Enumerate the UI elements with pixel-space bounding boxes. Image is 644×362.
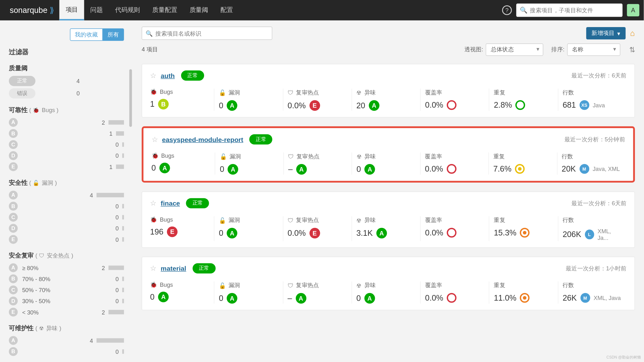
facet-row[interactable]: B 70% - 80% 0 (9, 274, 124, 283)
project-search-input[interactable] (155, 30, 268, 37)
bugs-value: 196 (150, 227, 163, 237)
facet-row[interactable]: B 0 (9, 202, 124, 211)
rating-badge: A (9, 118, 18, 127)
facet-bar (122, 226, 124, 230)
rating-badge: D (9, 224, 18, 233)
nav-projects[interactable]: 项目 (59, 0, 84, 20)
metric-bugs[interactable]: 🐞Bugs 1B (150, 89, 214, 111)
project-name-link[interactable]: material (161, 265, 186, 272)
project-search[interactable]: 🔍 (142, 26, 272, 40)
facet-row[interactable]: A 2 (9, 118, 124, 127)
global-search-input[interactable] (530, 7, 619, 14)
facet-row[interactable]: A ≥ 80% 2 (9, 263, 124, 272)
facet-row[interactable]: D 30% - 50% 0 (9, 297, 124, 305)
metric-bugs[interactable]: 🐞Bugs 196E (150, 216, 214, 241)
facet-row[interactable]: C 50% - 70% 0 (9, 286, 124, 294)
tab-all[interactable]: 所有 (103, 28, 124, 41)
facet-bar (122, 204, 124, 208)
metric-hotspots[interactable]: 🛡复审热点 0.0%E (283, 89, 352, 111)
help-icon[interactable]: ? (502, 5, 512, 15)
tab-favorites[interactable]: 我的收藏 (70, 28, 103, 41)
metric-duplication[interactable]: 重复 11.0% (489, 281, 558, 303)
facet-row[interactable]: C 0 (9, 213, 124, 222)
metric-lines[interactable]: 行数 681XSJava (558, 89, 627, 111)
facet-row[interactable]: A 4 (9, 190, 124, 199)
facet-row[interactable]: E 0 (9, 235, 124, 244)
metric-vulnerabilities[interactable]: 🔓漏洞 0A (214, 89, 283, 111)
nav-profiles[interactable]: 质量配置 (146, 0, 183, 20)
project-name-link[interactable]: easyspeed-module-report (162, 136, 243, 143)
logo[interactable]: sonarqube ⟫ (4, 5, 59, 15)
status-pill: 错误 (9, 88, 35, 98)
facet-row[interactable]: E 1 (9, 162, 124, 171)
favorite-star-icon[interactable]: ☆ (150, 71, 156, 80)
metric-lines[interactable]: 行数 206KLXML, Ja... (558, 216, 627, 241)
facet-row[interactable]: E < 30% 2 (9, 308, 124, 316)
lock-icon: 🔓 (33, 180, 39, 186)
nav-admin[interactable]: 配置 (214, 0, 239, 20)
smell-value: 3.1K (356, 229, 373, 238)
metric-smells[interactable]: ☢异味 0A (352, 281, 420, 303)
metric-hotspots[interactable]: 🛡复审热点 –A (283, 281, 352, 303)
bug-icon: 🐞 (150, 216, 157, 223)
metric-smells[interactable]: ☢异味 3.1KA (352, 216, 420, 241)
logo-sonar: sonar (10, 6, 30, 14)
user-avatar[interactable]: A (627, 4, 639, 16)
metric-vulnerabilities[interactable]: 🔓漏洞 0A (215, 152, 283, 174)
perspective-select[interactable]: 总体状态 (486, 43, 543, 56)
home-icon[interactable]: ⌂ (630, 29, 635, 38)
smell-icon: ☢ (357, 153, 362, 160)
facet-count: 0 (110, 297, 119, 304)
metric-vulnerabilities[interactable]: 🔓漏洞 0A (214, 281, 283, 303)
filter-title: 过滤器 (9, 48, 124, 56)
facet-row[interactable]: A 4 (9, 336, 124, 345)
smell-rating: A (369, 100, 380, 111)
metric-hotspots[interactable]: 🛡复审热点 0.0%E (283, 216, 352, 241)
new-project-button[interactable]: 新增项目 ▾ (586, 27, 625, 39)
nav-rules[interactable]: 代码规则 (109, 0, 146, 20)
metric-smells[interactable]: ☢异味 0A (352, 152, 420, 174)
project-name-link[interactable]: auth (161, 72, 175, 79)
facet-count: 2 (96, 309, 105, 315)
rating-badge: E (9, 308, 18, 316)
sort-order-icon[interactable]: ⇅ (629, 45, 635, 54)
favorite-star-icon[interactable]: ☆ (150, 199, 156, 207)
dup-value: 7.6% (493, 164, 512, 174)
metric-coverage[interactable]: 覆盖率 0.0% (420, 89, 489, 111)
sort-select[interactable]: 名称 (567, 43, 620, 56)
metric-coverage[interactable]: 覆盖率 0.0% (420, 281, 489, 303)
metric-duplication[interactable]: 重复 15.3% (489, 216, 558, 241)
lock-icon: 🔓 (219, 89, 226, 96)
metric-duplication[interactable]: 重复 7.6% (488, 152, 557, 174)
metric-vulnerabilities[interactable]: 🔓漏洞 0A (214, 216, 283, 241)
favorite-star-icon[interactable]: ☆ (150, 264, 156, 273)
dup-circle (516, 100, 525, 110)
facet-row[interactable]: D 0 (9, 224, 124, 233)
global-search[interactable]: 🔍 (516, 3, 623, 17)
project-name-link[interactable]: finace (161, 200, 180, 207)
favorite-star-icon[interactable]: ☆ (152, 135, 158, 144)
nav-gates[interactable]: 质量阈 (183, 0, 214, 20)
facet-row[interactable]: C 0 (9, 140, 124, 149)
facet-bar (122, 237, 124, 241)
quality-gate-status: 正常 (186, 198, 209, 208)
facet-row[interactable]: B 0 (9, 347, 124, 356)
facet-row[interactable]: B 1 (9, 129, 124, 138)
facet-count: 0 (110, 275, 119, 282)
metric-smells[interactable]: ☢异味 20A (352, 89, 420, 111)
nav-issues[interactable]: 问题 (84, 0, 109, 20)
metric-bugs[interactable]: 🐞Bugs 0A (152, 152, 215, 174)
metric-lines[interactable]: 行数 20KMJava, XML (557, 152, 625, 174)
vuln-value: 0 (220, 165, 224, 174)
facet-row[interactable]: 错误 0 (9, 88, 124, 98)
facet-row[interactable]: D 0 (9, 151, 124, 160)
search-icon: 🔍 (146, 30, 153, 37)
facet-row[interactable]: 正常 4 (9, 76, 124, 86)
metric-bugs[interactable]: 🐞Bugs 0A (150, 281, 214, 303)
metric-duplication[interactable]: 重复 2.8% (489, 89, 558, 111)
sidebar: 我的收藏 所有 过滤器 质量阈 正常 4 错误 0 可靠性 ( 🐞 Bugs )… (0, 20, 133, 362)
metric-coverage[interactable]: 覆盖率 0.0% (420, 216, 489, 241)
metric-coverage[interactable]: 覆盖率 0.0% (420, 152, 488, 174)
metric-lines[interactable]: 行数 26KMXML, Java (558, 281, 627, 303)
metric-hotspots[interactable]: 🛡复审热点 –A (283, 152, 352, 174)
